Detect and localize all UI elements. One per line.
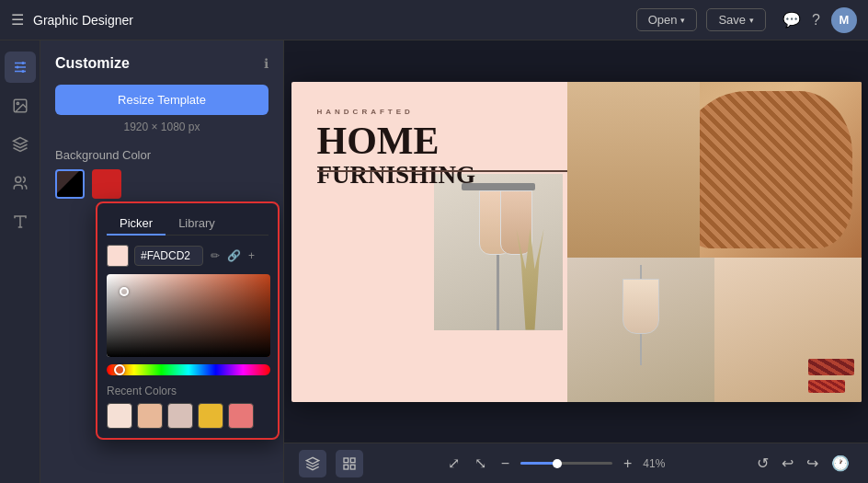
svg-rect-13: [344, 458, 348, 463]
hex-actions: ✏ 🔗 +: [209, 247, 257, 264]
recent-colors-label: Recent Colors: [107, 385, 268, 397]
hex-input[interactable]: [134, 246, 203, 266]
sidebar-item-customize[interactable]: [5, 52, 36, 83]
avatar[interactable]: M: [831, 7, 857, 33]
recent-swatch-4[interactable]: [228, 403, 254, 429]
svg-marker-8: [13, 138, 27, 145]
save-caret-icon: ▾: [749, 16, 754, 25]
design-canvas: HANDCRAFTED HOME FURNISHING: [291, 82, 862, 402]
recent-swatch-1[interactable]: [137, 403, 163, 429]
color-picker-popup: Picker Library ✏ 🔗 + Recent Co: [96, 201, 280, 440]
side-panel: Customize ℹ Resize Template 1920 × 1080 …: [40, 40, 284, 483]
undo-button[interactable]: ↩: [778, 451, 797, 476]
canvas-area: HANDCRAFTED HOME FURNISHING ⤢ ⤡: [284, 40, 868, 483]
help-icon[interactable]: ?: [812, 12, 820, 29]
topbar: ☰ Graphic Designer Open ▾ Save ▾ 💬 ? M: [0, 0, 868, 40]
expand-button[interactable]: ⤢: [444, 451, 463, 476]
tab-library[interactable]: Library: [166, 213, 228, 236]
bg-swatch-red[interactable]: [92, 169, 121, 199]
link-hex-button[interactable]: 🔗: [225, 247, 243, 264]
color-gradient-canvas[interactable]: [107, 274, 270, 357]
sidebar-item-photos[interactable]: [5, 90, 36, 121]
add-hex-button[interactable]: +: [246, 247, 257, 264]
handcrafted-text: HANDCRAFTED: [317, 108, 567, 116]
bg-swatches: [55, 169, 268, 199]
panel-info-icon[interactable]: ℹ: [264, 56, 268, 71]
furnishing-text: FURNISHING: [317, 160, 567, 190]
bg-swatch-dark[interactable]: [55, 169, 85, 199]
hue-thumb[interactable]: [114, 364, 125, 375]
svg-point-3: [21, 62, 24, 64]
zoom-slider[interactable]: [520, 462, 612, 465]
zoom-out-button[interactable]: −: [497, 452, 513, 476]
compress-button[interactable]: ⤡: [471, 451, 490, 476]
hue-slider[interactable]: [107, 364, 270, 375]
grid-toggle-button[interactable]: [336, 450, 363, 477]
tab-picker[interactable]: Picker: [107, 213, 166, 236]
open-caret-icon: ▾: [680, 16, 685, 25]
hex-color-swatch[interactable]: [107, 245, 129, 267]
topbar-icons: 💬 ? M: [782, 7, 857, 33]
svg-point-4: [16, 66, 18, 69]
canvas-dimensions: 1920 × 1080 px: [55, 121, 268, 133]
sidebar-item-people[interactable]: [5, 167, 36, 199]
main-layout: Customize ℹ Resize Template 1920 × 1080 …: [0, 40, 868, 483]
chat-icon[interactable]: 💬: [782, 11, 801, 29]
app-title: Graphic Designer: [33, 13, 627, 28]
svg-point-9: [15, 177, 20, 182]
reset-button[interactable]: ↺: [753, 451, 772, 476]
bottom-center: ⤢ ⤡ − + 41%: [444, 451, 673, 476]
resize-template-button[interactable]: Resize Template: [55, 85, 268, 115]
layers-toggle-button[interactable]: [299, 450, 326, 477]
svg-point-7: [17, 102, 18, 104]
svg-rect-15: [344, 465, 348, 469]
hamburger-icon[interactable]: ☰: [11, 11, 24, 29]
svg-rect-14: [350, 458, 355, 463]
svg-marker-12: [306, 457, 318, 464]
bg-color-label: Background Color: [55, 148, 268, 162]
panel-header: Customize ℹ: [55, 55, 268, 72]
panel-title: Customize: [55, 55, 130, 72]
open-button[interactable]: Open ▾: [636, 8, 698, 31]
recent-swatch-0[interactable]: [107, 403, 132, 429]
save-button[interactable]: Save ▾: [706, 8, 766, 31]
recent-colors: [107, 403, 268, 429]
history-button[interactable]: 🕐: [828, 451, 853, 476]
zoom-in-button[interactable]: +: [620, 452, 635, 476]
sidebar-item-layers[interactable]: [5, 129, 36, 160]
zoom-thumb[interactable]: [553, 459, 562, 468]
sidebar-item-text[interactable]: [5, 206, 36, 237]
bottom-right: ↺ ↩ ↪ 🕐: [753, 451, 853, 476]
recent-swatch-3[interactable]: [198, 403, 223, 429]
canvas-viewport[interactable]: HANDCRAFTED HOME FURNISHING: [284, 40, 868, 443]
bottom-left: [299, 450, 363, 477]
icon-bar: [0, 40, 40, 483]
hex-row: ✏ 🔗 +: [107, 245, 268, 267]
svg-rect-16: [350, 465, 355, 469]
redo-button[interactable]: ↪: [803, 451, 822, 476]
zoom-track: [520, 462, 557, 465]
svg-point-5: [21, 70, 24, 73]
recent-swatch-2[interactable]: [167, 403, 193, 429]
bottom-bar: ⤢ ⤡ − + 41% ↺ ↩ ↪ 🕐: [284, 443, 868, 483]
home-text: HOME: [317, 121, 567, 160]
picker-tabs: Picker Library: [107, 213, 268, 236]
picker-dot[interactable]: [120, 287, 129, 296]
edit-hex-button[interactable]: ✏: [209, 247, 222, 264]
zoom-percent: 41%: [643, 457, 672, 470]
